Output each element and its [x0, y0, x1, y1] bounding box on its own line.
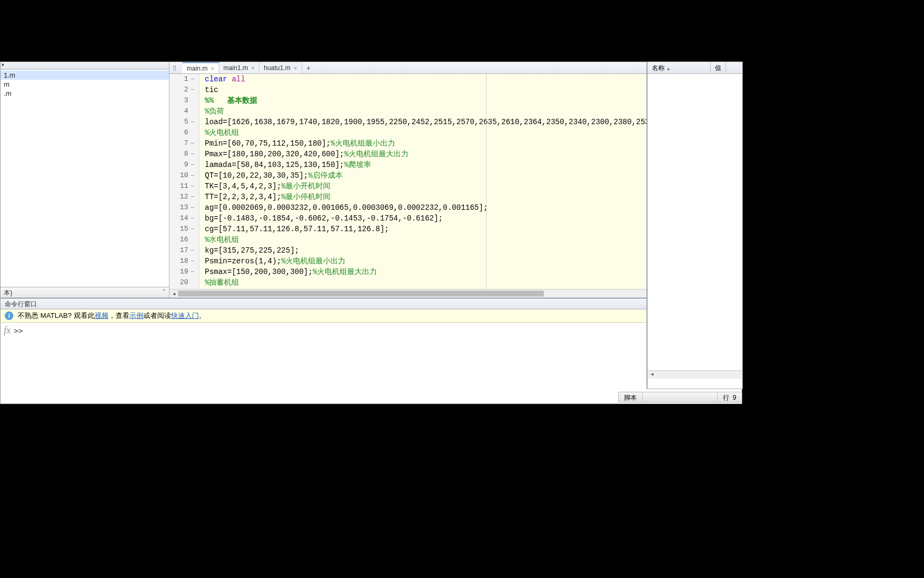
column-name[interactable]: 名称▲: [648, 62, 711, 73]
gutter-line[interactable]: 16: [170, 234, 199, 245]
gutter-line[interactable]: 3: [170, 95, 199, 106]
info-icon: i: [5, 311, 13, 320]
gutter-line[interactable]: 10–: [170, 170, 199, 181]
grip-icon[interactable]: ⣿: [173, 65, 176, 71]
command-window: 命令行窗口 ⊙ i 不熟悉 MATLAB? 观看此视频，查看示例或者阅读快速入门…: [1, 298, 742, 404]
tab-label: huatu1.m: [264, 64, 290, 72]
gutter-line[interactable]: 5–: [170, 117, 199, 127]
scroll-left-icon[interactable]: ◂: [170, 291, 178, 296]
status-mode: 脚本: [619, 392, 643, 402]
column-value[interactable]: 值: [711, 62, 726, 73]
gutter-line[interactable]: 20: [170, 277, 199, 288]
file-list[interactable]: 1.m m .m: [1, 70, 169, 287]
matlab-window: ▾ 1.m m .m 本) ˄ ⣿ main.m × main1.m: [0, 62, 742, 404]
info-bar: i 不熟悉 MATLAB? 观看此视频，查看示例或者阅读快速入门。 ×: [1, 309, 742, 323]
link-video[interactable]: 视频: [95, 311, 109, 320]
tab-main[interactable]: main.m ×: [182, 62, 219, 73]
gutter-line[interactable]: 12–: [170, 192, 199, 202]
details-bar[interactable]: 本) ˄: [1, 287, 169, 298]
gutter-line[interactable]: 4: [170, 106, 199, 117]
current-folder-panel: ▾ 1.m m .m 本) ˄: [1, 62, 170, 298]
gutter-line[interactable]: 14–: [170, 213, 199, 224]
gutter-line[interactable]: 1–: [170, 74, 199, 85]
gutter-line[interactable]: 18–: [170, 256, 199, 267]
chevron-up-icon[interactable]: ˄: [163, 288, 166, 296]
tab-huatu1[interactable]: huatu1.m ×: [259, 62, 302, 73]
gutter-line[interactable]: 8–: [170, 149, 199, 159]
file-item[interactable]: m: [1, 80, 169, 89]
left-panel-header: ▾: [1, 62, 169, 70]
workspace-h-scroll[interactable]: ◂: [648, 370, 742, 379]
file-item[interactable]: .m: [1, 89, 169, 98]
workspace-header: 名称▲ 值: [648, 62, 742, 74]
dropdown-icon[interactable]: ▾: [2, 62, 4, 67]
command-window-header[interactable]: 命令行窗口 ⊙: [1, 299, 742, 309]
main-area: ▾ 1.m m .m 本) ˄ ⣿ main.m × main1.m: [1, 62, 742, 298]
line-number-gutter: 1–2–345–67–8–9–10–11–12–13–14–15–1617–18…: [170, 74, 199, 289]
close-icon[interactable]: ×: [211, 65, 214, 72]
sort-asc-icon: ▲: [666, 66, 671, 71]
workspace-panel: 名称▲ 值 ◂: [646, 62, 743, 389]
close-icon[interactable]: ×: [294, 65, 297, 71]
status-bar: 脚本 行 9: [618, 392, 742, 402]
gutter-line[interactable]: 6: [170, 127, 199, 138]
command-prompt: >>: [14, 325, 23, 401]
status-line: 行 9: [717, 392, 742, 402]
margin-guide: [486, 74, 487, 289]
add-tab-button[interactable]: +: [302, 64, 315, 72]
gutter-line[interactable]: 7–: [170, 138, 199, 149]
command-window-title: 命令行窗口: [5, 300, 37, 308]
tab-label: main.m: [187, 65, 207, 72]
gutter-line[interactable]: 17–: [170, 245, 199, 256]
gutter-line[interactable]: 11–: [170, 181, 199, 192]
file-item[interactable]: 1.m: [1, 71, 169, 80]
gutter-line[interactable]: 13–: [170, 202, 199, 213]
gutter-line[interactable]: 2–: [170, 85, 199, 95]
gutter-line[interactable]: 19–: [170, 267, 199, 277]
scroll-thumb[interactable]: [178, 291, 544, 296]
tab-label: main1.m: [224, 64, 248, 72]
info-text: 不熟悉 MATLAB? 观看此视频，查看示例或者阅读快速入门。: [18, 311, 206, 321]
link-examples[interactable]: 示例: [129, 311, 143, 320]
scroll-left-icon[interactable]: ◂: [648, 371, 656, 379]
gutter-line[interactable]: 15–: [170, 224, 199, 234]
tab-main1[interactable]: main1.m ×: [219, 62, 259, 73]
details-label: 本): [4, 289, 12, 296]
link-getting-started[interactable]: 快速入门: [171, 311, 199, 320]
gutter-line[interactable]: 9–: [170, 159, 199, 170]
close-icon[interactable]: ×: [251, 65, 255, 71]
fx-icon[interactable]: fx: [4, 325, 11, 401]
